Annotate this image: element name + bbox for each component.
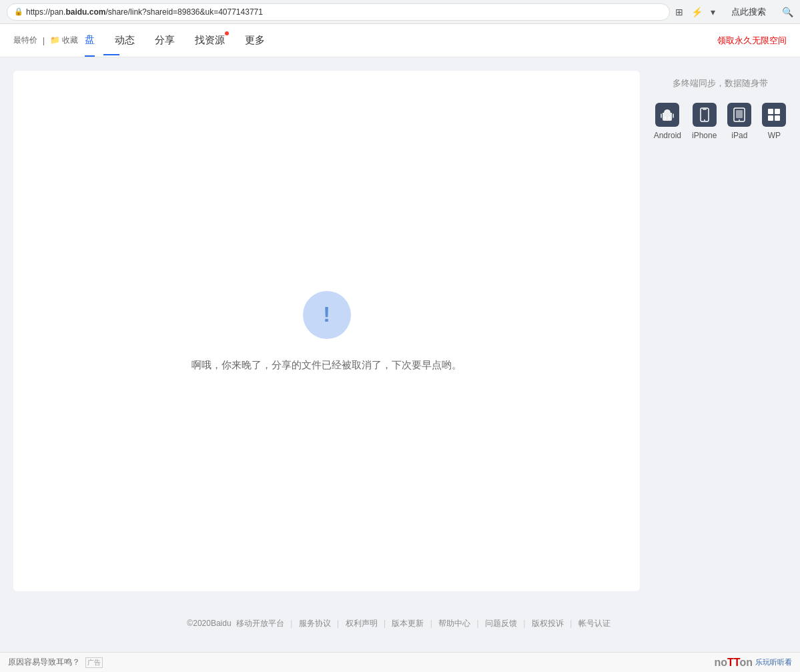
footer-link-version[interactable]: 版本更新 (392, 619, 424, 628)
footer: ©2020Baidu 移动开放平台 | 服务协议 | 权利声明 | 版本更新 |… (0, 605, 800, 643)
toolbar-item-zuitejia[interactable]: 最特价 (13, 35, 37, 46)
footer-link-copyright[interactable]: 版权投诉 (532, 619, 564, 628)
ipad-icon (727, 103, 751, 127)
bottom-bar: 原因容易导致耳鸣？ 广告 noTTon 乐玩听听看 (0, 652, 800, 672)
promo-link[interactable]: 领取永久无限空间 (717, 35, 787, 45)
grid-icon[interactable]: ⊞ (675, 7, 683, 17)
device-android[interactable]: Android (654, 103, 681, 140)
svg-rect-11 (736, 110, 743, 118)
iphone-icon (693, 103, 717, 127)
svg-rect-15 (775, 115, 780, 121)
toolbar-item-shoucang[interactable]: 📁 收藏 (50, 35, 78, 46)
url-text: https://pan.baidu.com/share/link?shareid… (26, 7, 263, 17)
search-bar[interactable]: 点此搜索 (723, 3, 774, 21)
toolbar-separator: | (43, 36, 45, 45)
main-area: ! 啊哦，你来晚了，分享的文件已经被取消了，下次要早点哟。 多终端同步，数据随身… (0, 57, 800, 605)
nav-item-pan[interactable]: 盘 (85, 24, 95, 57)
sidebar-sync-text: 多终端同步，数据随身带 (673, 77, 768, 89)
bottom-bar-left: 原因容易导致耳鸣？ 广告 (8, 657, 103, 668)
footer-link-account[interactable]: 帐号认证 (578, 619, 611, 628)
badge-dot (225, 31, 229, 35)
search-icon[interactable]: 🔍 (782, 7, 793, 17)
error-card: ! 啊哦，你来晚了，分享的文件已经被取消了，下次要早点哟。 (13, 71, 640, 591)
svg-point-8 (704, 119, 705, 121)
device-wp[interactable]: WP (762, 103, 786, 140)
lightning-icon[interactable]: ⚡ (691, 7, 703, 17)
bottom-bar-right: noTTon 乐玩听听看 (715, 657, 792, 669)
device-iphone[interactable]: iPhone (692, 103, 717, 140)
wp-label: WP (768, 131, 781, 140)
chevron-down-icon[interactable]: ▾ (711, 7, 715, 17)
svg-point-0 (665, 111, 666, 112)
browser-right-controls: ⊞ ⚡ ▾ 点此搜索 🔍 (675, 3, 793, 21)
error-icon-circle: ! (303, 291, 351, 339)
copyright: ©2020Baidu (187, 619, 231, 628)
exclamation-icon: ! (323, 302, 330, 327)
android-icon (655, 103, 679, 127)
svg-point-10 (739, 119, 740, 121)
footer-link-feedback[interactable]: 问题反馈 (485, 619, 517, 628)
iphone-label: iPhone (692, 131, 717, 140)
nav-item-dongtai[interactable]: 动态 (115, 25, 135, 56)
nav-item-zhaoziyuan[interactable]: 找资源 (195, 25, 225, 56)
ad-label: 广告 (85, 657, 103, 668)
error-message: 啊哦，你来晚了，分享的文件已经被取消了，下次要早点哟。 (191, 359, 462, 372)
notton-brand: 乐玩听听看 (755, 657, 792, 667)
right-sidebar: 多终端同步，数据随身带 Android (653, 71, 787, 591)
footer-link-service[interactable]: 服务协议 (299, 619, 331, 628)
footer-link-help[interactable]: 帮助中心 (438, 619, 470, 628)
device-icons: Android iPhone (654, 103, 787, 140)
svg-rect-14 (768, 115, 773, 121)
ipad-label: iPad (731, 131, 747, 140)
nav-right: 领取永久无限空间 (717, 35, 787, 47)
lock-icon: 🔒 (14, 7, 23, 16)
nav-item-fenxiang[interactable]: 分享 (155, 25, 175, 56)
nav-toolbar-left: 最特价 | 📁 收藏 (13, 35, 78, 46)
footer-link-mobile[interactable]: 移动开放平台 (236, 619, 284, 628)
svg-rect-5 (669, 117, 670, 119)
nav-item-gengduo[interactable]: 更多 (245, 25, 265, 56)
svg-rect-4 (665, 117, 666, 119)
footer-link-rights[interactable]: 权利声明 (346, 619, 378, 628)
nav-items: 盘 动态 分享 找资源 更多 (85, 24, 265, 57)
wp-icon (762, 103, 786, 127)
notton-logo: noTTon (715, 657, 753, 669)
svg-point-1 (669, 111, 670, 112)
url-bar[interactable]: 🔒 https://pan.baidu.com/share/link?share… (7, 3, 670, 21)
svg-rect-13 (775, 109, 780, 114)
android-label: Android (654, 131, 681, 140)
device-ipad[interactable]: iPad (727, 103, 751, 140)
browser-chrome: 🔒 https://pan.baidu.com/share/link?share… (0, 0, 800, 24)
svg-rect-12 (768, 109, 773, 114)
svg-rect-7 (703, 109, 707, 110)
nav-bar: 最特价 | 📁 收藏 盘 动态 分享 找资源 更多 领取永久无限空间 (0, 24, 800, 57)
ad-link[interactable]: 原因容易导致耳鸣？ (8, 657, 80, 668)
